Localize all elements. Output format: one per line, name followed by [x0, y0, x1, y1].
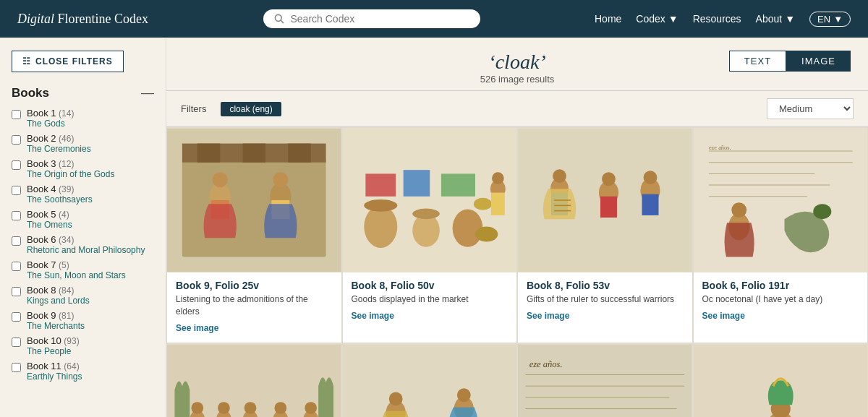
- svg-rect-34: [600, 197, 617, 218]
- card-image: [343, 128, 517, 272]
- site-logo: Digital Florentine Codex: [17, 12, 148, 27]
- book-label: Book 5 (4) The Omens: [27, 209, 72, 230]
- book-label: Book 11 (64) Earthly Things: [27, 361, 82, 382]
- book-checkbox[interactable]: [12, 211, 21, 220]
- view-toggle: TEXT IMAGE: [729, 51, 851, 72]
- book-label: Book 6 (34) Rhetoric and Moral Philosoph…: [27, 234, 145, 255]
- chevron-down-icon: ▼: [785, 13, 795, 25]
- card-desc: Oc nocetonal (I have yet a day): [702, 293, 859, 306]
- svg-point-18: [412, 209, 440, 220]
- svg-rect-37: [642, 194, 658, 215]
- see-image-link[interactable]: See image: [176, 323, 218, 333]
- card-title: Book 6, Folio 191r: [702, 280, 859, 291]
- card-title: Book 8, Folio 53v: [527, 280, 684, 291]
- card-info: Book 9, Folio 25v Listening to the admon…: [167, 272, 341, 343]
- svg-rect-22: [441, 173, 475, 196]
- book-checkbox[interactable]: [12, 287, 21, 296]
- books-title: Books: [12, 86, 49, 100]
- svg-point-12: [273, 172, 288, 187]
- image-grid-row2: eze años.: [166, 343, 868, 417]
- svg-rect-20: [365, 173, 396, 196]
- see-image-link[interactable]: See image: [702, 311, 745, 321]
- nav-home[interactable]: Home: [595, 13, 621, 25]
- card-image: [167, 128, 341, 272]
- svg-rect-14: [343, 129, 517, 272]
- book-label: Book 3 (12) The Origin of the Gods: [27, 158, 114, 179]
- svg-rect-74: [518, 344, 692, 417]
- image-card: eze años.: [517, 343, 693, 417]
- svg-point-36: [644, 171, 658, 184]
- see-image-link[interactable]: See image: [352, 311, 394, 321]
- nav-resources[interactable]: Resources: [693, 13, 741, 25]
- book-label: Book 1 (14) The Gods: [27, 108, 74, 129]
- book-checkbox[interactable]: [12, 312, 21, 322]
- book-checkbox[interactable]: [12, 236, 21, 246]
- book-checkbox[interactable]: [12, 135, 21, 145]
- svg-point-23: [473, 198, 491, 210]
- svg-point-48: [731, 202, 746, 218]
- book-label: Book 10 (93) The People: [27, 335, 80, 356]
- book-list-item: Book 1 (14) The Gods: [12, 108, 154, 129]
- sidebar: ☷ CLOSE FILTERS Books — Book 1 (14) The …: [0, 38, 166, 417]
- results-count: 526 image results: [166, 74, 868, 85]
- image-card: Book 8, Folio 50v Goods displayed in the…: [342, 127, 518, 343]
- card-info: Book 8, Folio 50v Goods displayed in the…: [343, 272, 517, 330]
- size-selector[interactable]: Medium Small Large: [767, 98, 854, 119]
- svg-point-26: [491, 172, 503, 184]
- image-card: Book 9, Folio 25v Listening to the admon…: [166, 127, 342, 343]
- active-filter-tag[interactable]: cloak (eng): [221, 102, 281, 116]
- book-checkbox[interactable]: [12, 186, 21, 195]
- svg-line-1: [281, 20, 284, 23]
- search-input[interactable]: [291, 13, 470, 25]
- book-list-item: Book 11 (64) Earthly Things: [12, 361, 154, 382]
- book-checkbox[interactable]: [12, 363, 21, 372]
- card-info: Book 8, Folio 53v Gifts of the ruler to …: [518, 272, 692, 330]
- nav-about[interactable]: About ▼: [756, 13, 795, 25]
- svg-text:eze años.: eze años.: [529, 359, 563, 369]
- results-header: ‘cloak’ 526 image results TEXT IMAGE: [166, 38, 868, 90]
- book-list-item: Book 5 (4) The Omens: [12, 209, 154, 230]
- book-checkbox[interactable]: [12, 262, 21, 271]
- image-card: [166, 343, 342, 417]
- svg-rect-21: [403, 170, 430, 197]
- see-image-link[interactable]: See image: [527, 311, 569, 321]
- svg-point-53: [191, 402, 203, 414]
- svg-point-15: [364, 205, 397, 248]
- svg-point-30: [553, 169, 566, 183]
- book-label: Book 8 (84) Kings and Lords: [27, 285, 90, 306]
- text-view-button[interactable]: TEXT: [729, 51, 786, 72]
- book-list-item: Book 8 (84) Kings and Lords: [12, 285, 154, 306]
- svg-text:eze años.: eze años.: [708, 145, 731, 151]
- collapse-icon[interactable]: —: [141, 85, 154, 100]
- book-checkbox[interactable]: [12, 160, 21, 170]
- svg-point-62: [274, 402, 286, 414]
- card-image: [343, 344, 517, 417]
- search-bar[interactable]: [263, 9, 480, 28]
- language-selector[interactable]: EN ▼: [809, 12, 851, 27]
- image-card: [693, 343, 869, 417]
- book-checkbox[interactable]: [12, 338, 21, 347]
- card-image: [167, 344, 341, 417]
- main-content: ‘cloak’ 526 image results TEXT IMAGE Fil…: [166, 38, 868, 417]
- svg-point-9: [213, 172, 228, 187]
- image-view-button[interactable]: IMAGE: [786, 51, 851, 72]
- card-desc: Listening to the admonitions of the elde…: [176, 293, 333, 318]
- card-image: [518, 128, 692, 272]
- svg-point-24: [475, 227, 497, 242]
- book-checkbox[interactable]: [12, 110, 21, 119]
- svg-rect-27: [490, 193, 504, 215]
- svg-rect-6: [243, 144, 265, 163]
- book-label: Book 4 (39) The Soothsayers: [27, 184, 93, 205]
- book-list: Book 1 (14) The Gods Book 2 (46) The Cer…: [12, 108, 154, 382]
- search-icon: [273, 13, 285, 25]
- svg-point-33: [602, 172, 616, 186]
- svg-point-69: [388, 392, 402, 405]
- filters-bar: Filters cloak (eng) Medium Small Large: [166, 91, 868, 127]
- svg-rect-3: [182, 158, 326, 257]
- book-list-item: Book 9 (81) The Merchants: [12, 310, 154, 331]
- main-layout: ☷ CLOSE FILTERS Books — Book 1 (14) The …: [0, 38, 868, 417]
- close-filters-button[interactable]: ☷ CLOSE FILTERS: [12, 51, 124, 72]
- nav-codex[interactable]: Codex ▼: [636, 13, 678, 25]
- book-list-item: Book 6 (34) Rhetoric and Moral Philosoph…: [12, 234, 154, 255]
- card-image: eze años.: [518, 344, 692, 417]
